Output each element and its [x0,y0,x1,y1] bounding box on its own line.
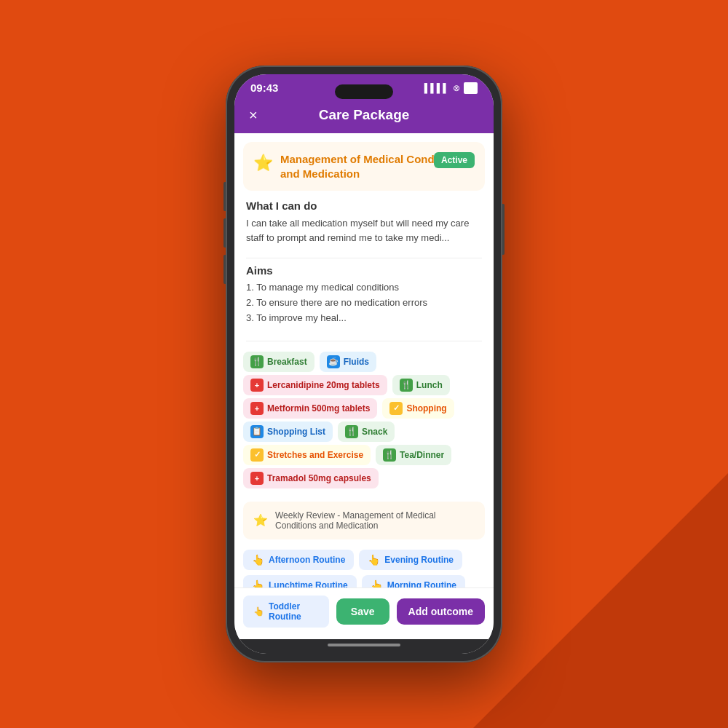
tag-stretches[interactable]: ✓ Stretches and Exercise [243,445,371,465]
tag-fluids[interactable]: ☕ Fluids [320,352,376,372]
aims-heading: Aims [246,264,482,277]
tag-stretches-label: Stretches and Exercise [267,450,363,460]
tramadol-icon: + [250,472,264,485]
tag-lercanidipine[interactable]: + Lercanidipine 20mg tablets [243,375,387,395]
lercanidipine-icon: + [250,379,264,392]
routine-partial-label: Toddler Routine [269,601,319,622]
tag-tramadol[interactable]: + Tramadol 50mg capsules [243,468,379,488]
status-time: 09:43 [250,82,278,94]
what-i-can-do-section: What I can do I can take all medication … [234,199,494,252]
side-button-power [502,204,505,255]
routine-row-1: 👆 Afternoon Routine 👆 Evening Routine [243,550,485,570]
tags-section: 🍴 Breakfast ☕ Fluids + Lercanidipine 20m… [234,347,494,499]
breakfast-icon: 🍴 [250,355,264,368]
routine-afternoon[interactable]: 👆 Afternoon Routine [243,550,354,570]
tags-row-2: + Lercanidipine 20mg tablets 🍴 Lunch [243,375,485,395]
side-button-volume-up [223,218,226,248]
aims-item-3: 3. To improve my heal... [246,312,482,325]
signal-icon: ▌▌▌▌ [424,83,449,93]
aims-item-2: 2. To ensure there are no medication err… [246,296,482,309]
home-indicator [234,639,494,654]
what-i-can-do-heading: What I can do [246,199,482,212]
routine-partial-icon: 👆 [253,606,264,617]
tag-shopping-label: Shopping [406,403,446,414]
fluids-icon: ☕ [327,355,340,368]
tags-row-4: 📋 Shopping List 🍴 Snack [243,422,485,442]
tags-row-6: + Tramadol 50mg capsules [243,468,485,488]
routine-morning[interactable]: 👆 Morning Routine [362,575,465,587]
battery-icon: 43 [464,82,478,94]
app-header: × Care Package [234,98,494,133]
add-outcome-button[interactable]: Add outcome [397,598,485,625]
active-badge: Active [434,152,475,168]
what-i-can-do-text: I can take all medication myself but wil… [246,216,482,245]
routine-evening[interactable]: 👆 Evening Routine [359,550,462,570]
weekly-review-card[interactable]: ⭐ Weekly Review - Management of Medical … [243,502,485,539]
scroll-content[interactable]: ⭐ Management of Medical Conditions and M… [234,133,494,587]
save-button[interactable]: Save [336,598,389,625]
dynamic-island [335,84,393,99]
shopping-icon: ✓ [389,402,403,415]
tag-lercanidipine-label: Lercanidipine 20mg tablets [267,380,380,390]
close-button[interactable]: × [249,107,258,124]
routine-partial-tag[interactable]: 👆 Toddler Routine [243,596,329,628]
routine-evening-label: Evening Routine [384,555,454,565]
snack-icon: 🍴 [345,425,358,438]
status-icons: ▌▌▌▌ ⊗ 43 [424,82,478,94]
divider-2 [246,341,482,341]
tag-lunch[interactable]: 🍴 Lunch [392,375,450,395]
tag-fluids-label: Fluids [344,357,369,367]
routine-morning-label: Morning Routine [387,580,456,587]
routine-morning-icon: 👆 [371,579,383,587]
phone-screen: 09:43 ▌▌▌▌ ⊗ 43 × Care Package ⭐ Managem… [234,74,494,654]
tag-tramadol-label: Tramadol 50mg capsules [267,473,371,483]
tag-tea-dinner-label: Tea/Dinner [400,450,444,460]
side-button-volume-down [223,255,226,284]
routine-row-2: 👆 Lunchtime Routine 👆 Morning Routine [243,575,485,587]
aims-section: Aims 1. To manage my medical conditions … [234,264,494,335]
routine-evening-icon: 👆 [368,554,380,566]
care-card: ⭐ Management of Medical Conditions and M… [243,142,485,191]
tag-lunch-label: Lunch [416,380,443,390]
home-bar [328,644,400,646]
tag-tea-dinner[interactable]: 🍴 Tea/Dinner [376,445,451,465]
tag-metformin-label: Metformin 500mg tablets [267,403,370,414]
wifi-icon: ⊗ [453,83,460,93]
routines-section: 👆 Afternoon Routine 👆 Evening Routine 👆 … [234,547,494,587]
tag-metformin[interactable]: + Metformin 500mg tablets [243,398,377,419]
tag-snack[interactable]: 🍴 Snack [338,422,395,442]
aims-item-1: 1. To manage my medical conditions [246,281,482,294]
tags-row-5: ✓ Stretches and Exercise 🍴 Tea/Dinner [243,445,485,465]
phone-wrapper: 09:43 ▌▌▌▌ ⊗ 43 × Care Package ⭐ Managem… [226,66,502,662]
tags-row-3: + Metformin 500mg tablets ✓ Shopping [243,398,485,419]
tag-breakfast-label: Breakfast [267,357,307,367]
bg-decoration [473,473,728,728]
tag-breakfast[interactable]: 🍴 Breakfast [243,352,314,372]
tag-shopping-list[interactable]: 📋 Shopping List [243,422,333,442]
weekly-review-star-icon: ⭐ [253,513,268,527]
tags-row-1: 🍴 Breakfast ☕ Fluids [243,352,485,372]
routine-lunchtime-label: Lunchtime Routine [269,580,348,587]
aims-list: 1. To manage my medical conditions 2. To… [246,281,482,325]
routine-lunchtime[interactable]: 👆 Lunchtime Routine [243,575,357,587]
side-button-silent [223,182,226,211]
tea-dinner-icon: 🍴 [383,448,396,462]
header-title: Care Package [319,107,410,123]
routine-lunchtime-icon: 👆 [252,579,264,587]
weekly-review-text: Weekly Review - Management of Medical Co… [275,510,475,531]
routine-afternoon-label: Afternoon Routine [269,555,345,565]
stretches-icon: ✓ [250,448,264,462]
metformin-icon: + [250,402,264,415]
bottom-bar: 👆 Toddler Routine Save Add outcome [234,587,494,639]
tag-shopping-list-label: Shopping List [267,427,325,437]
care-card-star-icon: ⭐ [253,154,273,173]
routine-afternoon-icon: 👆 [252,554,264,566]
divider-1 [246,258,482,258]
tag-snack-label: Snack [362,427,387,437]
tag-shopping[interactable]: ✓ Shopping [382,398,454,419]
lunch-icon: 🍴 [400,379,413,392]
shopping-list-icon: 📋 [250,425,264,438]
